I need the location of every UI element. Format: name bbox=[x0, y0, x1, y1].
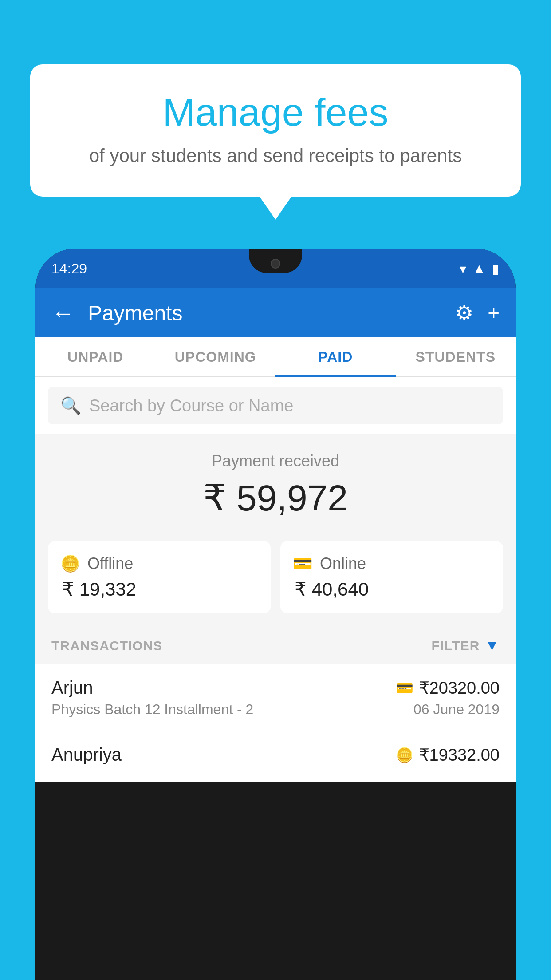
app-header: ← Payments ⚙ + bbox=[35, 288, 516, 337]
payment-cards: 🪙 Offline ₹ 19,332 💳 Online ₹ 40,640 bbox=[35, 532, 516, 627]
status-bar: 14:29 ▾ ▲ ▮ bbox=[35, 249, 516, 288]
online-payment-icon: 💳 bbox=[293, 554, 313, 573]
app-body: 🔍 Search by Course or Name Payment recei… bbox=[35, 377, 516, 782]
wifi-icon: ▾ bbox=[460, 261, 466, 277]
bubble-subtitle: of your students and send receipts to pa… bbox=[52, 144, 499, 168]
back-button[interactable]: ← bbox=[51, 300, 75, 326]
phone-screen: 14:29 ▾ ▲ ▮ ← Payments ⚙ + UNPAID bbox=[35, 249, 516, 782]
status-time: 14:29 bbox=[51, 261, 87, 277]
search-box[interactable]: 🔍 Search by Course or Name bbox=[48, 387, 503, 424]
offline-payment-icon: 🪙 bbox=[60, 554, 80, 573]
table-row[interactable]: Anupriya 🪙 ₹19332.00 bbox=[35, 731, 516, 782]
camera bbox=[271, 259, 280, 269]
offline-method-icon: 🪙 bbox=[396, 747, 413, 763]
transaction-top-row: Arjun 💳 ₹20320.00 bbox=[51, 678, 500, 698]
transactions-label: TRANSACTIONS bbox=[51, 638, 162, 653]
phone-notch bbox=[249, 249, 302, 273]
student-name: Anupriya bbox=[51, 745, 122, 765]
tab-upcoming[interactable]: UPCOMING bbox=[156, 337, 276, 376]
bubble-title: Manage fees bbox=[52, 91, 499, 134]
signal-icon: ▲ bbox=[472, 261, 486, 276]
search-icon: 🔍 bbox=[60, 396, 81, 415]
offline-label: Offline bbox=[87, 554, 133, 573]
online-method-icon: 💳 bbox=[396, 680, 413, 696]
transactions-header: TRANSACTIONS FILTER ▼ bbox=[35, 627, 516, 664]
transaction-top-row: Anupriya 🪙 ₹19332.00 bbox=[51, 745, 500, 765]
offline-card: 🪙 Offline ₹ 19,332 bbox=[48, 541, 271, 613]
page-title: Payments bbox=[88, 301, 455, 325]
table-row[interactable]: Arjun 💳 ₹20320.00 Physics Batch 12 Insta… bbox=[35, 664, 516, 731]
online-amount: ₹ 40,640 bbox=[293, 578, 491, 600]
settings-icon[interactable]: ⚙ bbox=[455, 301, 473, 325]
filter-icon: ▼ bbox=[485, 637, 500, 654]
tab-students[interactable]: STUDENTS bbox=[396, 337, 516, 376]
status-icons: ▾ ▲ ▮ bbox=[460, 261, 500, 277]
tabs-bar: UNPAID UPCOMING PAID STUDENTS bbox=[35, 337, 516, 377]
online-label: Online bbox=[320, 554, 366, 573]
online-card: 💳 Online ₹ 40,640 bbox=[280, 541, 503, 613]
transaction-amount: ₹20320.00 bbox=[419, 678, 500, 698]
transaction-bottom-row: Physics Batch 12 Installment - 2 06 June… bbox=[51, 701, 500, 718]
header-icons: ⚙ + bbox=[455, 301, 500, 325]
filter-label: FILTER bbox=[432, 638, 480, 653]
tab-paid[interactable]: PAID bbox=[276, 337, 396, 376]
filter-button[interactable]: FILTER ▼ bbox=[432, 637, 500, 654]
payment-total-amount: ₹ 59,972 bbox=[35, 477, 516, 519]
course-info: Physics Batch 12 Installment - 2 bbox=[51, 701, 253, 718]
tab-unpaid[interactable]: UNPAID bbox=[35, 337, 156, 376]
add-icon[interactable]: + bbox=[488, 301, 500, 325]
payment-received-label: Payment received bbox=[35, 452, 516, 470]
speech-bubble-container: Manage fees of your students and send re… bbox=[30, 64, 521, 197]
search-placeholder: Search by Course or Name bbox=[89, 396, 293, 415]
amount-section: 💳 ₹20320.00 bbox=[396, 678, 500, 698]
phone-frame: 14:29 ▾ ▲ ▮ ← Payments ⚙ + UNPAID bbox=[35, 249, 516, 980]
amount-section: 🪙 ₹19332.00 bbox=[396, 745, 500, 765]
offline-amount: ₹ 19,332 bbox=[60, 578, 258, 600]
search-container: 🔍 Search by Course or Name bbox=[35, 377, 516, 434]
battery-icon: ▮ bbox=[492, 261, 500, 277]
speech-bubble: Manage fees of your students and send re… bbox=[30, 64, 521, 197]
transaction-date: 06 June 2019 bbox=[413, 701, 500, 718]
payment-summary: Payment received ₹ 59,972 bbox=[35, 434, 516, 532]
offline-card-header: 🪙 Offline bbox=[60, 554, 258, 573]
transaction-amount: ₹19332.00 bbox=[419, 745, 500, 765]
student-name: Arjun bbox=[51, 678, 93, 698]
online-card-header: 💳 Online bbox=[293, 554, 491, 573]
